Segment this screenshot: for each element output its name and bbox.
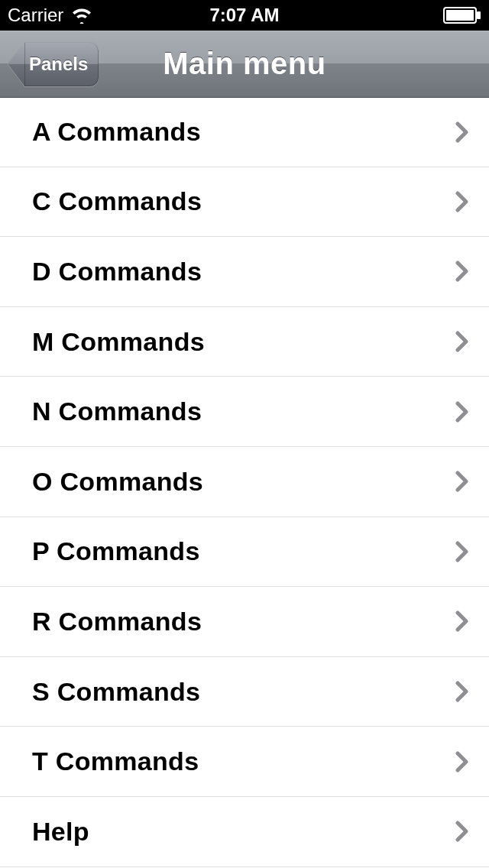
list-item[interactable]: D Commands (0, 237, 489, 307)
list-item[interactable]: N Commands (0, 377, 489, 447)
chevron-right-icon (455, 401, 469, 423)
svg-rect-2 (477, 11, 481, 19)
list-item-label: A Commands (32, 117, 201, 147)
list-item-label: C Commands (32, 186, 202, 216)
list-item-label: P Commands (32, 536, 200, 566)
list-item-label: D Commands (32, 257, 202, 287)
list-item-label: N Commands (32, 397, 202, 426)
battery-icon (443, 7, 481, 24)
list-item-label: T Commands (32, 747, 199, 776)
list-item[interactable]: Help (0, 797, 489, 867)
chevron-right-icon (455, 191, 469, 212)
list-item-label: R Commands (32, 607, 202, 636)
back-button-label: Panels (29, 53, 88, 75)
chevron-right-icon (455, 331, 469, 352)
chevron-right-icon (455, 261, 469, 282)
list-item[interactable]: T Commands (0, 727, 489, 797)
chevron-right-icon (455, 821, 469, 842)
back-button[interactable]: Panels (8, 42, 99, 86)
main-list: A Commands C Commands D Commands M Comma… (0, 97, 489, 867)
nav-bar: Panels Main menu (0, 31, 489, 98)
list-item[interactable]: A Commands (0, 97, 489, 167)
status-time: 7:07 AM (209, 5, 279, 26)
list-item[interactable]: R Commands (0, 587, 489, 657)
list-item[interactable]: O Commands (0, 447, 489, 517)
list-item-label: O Commands (32, 467, 203, 497)
list-item[interactable]: C Commands (0, 167, 489, 238)
chevron-right-icon (455, 121, 469, 143)
wifi-icon (71, 7, 92, 24)
chevron-right-icon (455, 471, 469, 492)
chevron-right-icon (455, 681, 469, 702)
status-bar: Carrier 7:07 AM (0, 0, 489, 31)
page-title: Main menu (163, 47, 325, 81)
list-item-label: Help (32, 817, 89, 847)
back-button-body: Panels (24, 42, 99, 86)
list-item[interactable]: S Commands (0, 657, 489, 727)
status-left: Carrier (8, 5, 92, 26)
chevron-right-icon (455, 751, 469, 772)
chevron-right-icon (455, 541, 469, 562)
list-item[interactable]: M Commands (0, 307, 489, 377)
chevron-right-icon (455, 611, 469, 632)
list-item[interactable]: P Commands (0, 517, 489, 588)
svg-rect-1 (446, 10, 474, 21)
status-right (443, 7, 481, 24)
back-arrow-icon (8, 42, 24, 86)
list-item-label: S Commands (32, 677, 200, 707)
carrier-label: Carrier (8, 5, 63, 26)
list-item-label: M Commands (32, 327, 205, 357)
